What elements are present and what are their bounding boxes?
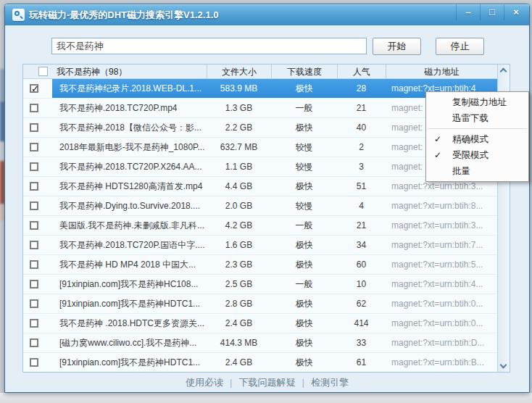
cell-popularity: 62 (337, 294, 386, 314)
menu-item-thunder-download[interactable]: 迅雷下载 (426, 110, 528, 126)
row-checkbox[interactable] (30, 260, 38, 269)
row-main: 我不是药神.2018.TC720P.国语中字.... 1.6 GB 极快 34 … (52, 236, 497, 254)
footer-divider: | (230, 377, 232, 388)
cell-magnet: magnet:?xt=urn:btih:0... (386, 314, 497, 333)
header-checkbox-cell (23, 65, 52, 79)
footer-links: 使用必读|下载问题解疑|检测引擎 (5, 376, 529, 389)
row-main: [91xinpian.com]我不是药神HDTC1... 2.8 GB 极快 6… (52, 294, 497, 313)
cell-popularity: 40 (337, 118, 386, 138)
row-checkbox-cell (23, 79, 52, 98)
cell-name: [91xinpian.com]我不是药神HC108... (52, 275, 207, 294)
scroll-down-icon[interactable] (500, 362, 507, 369)
cell-size: 2.4 GB (207, 353, 271, 373)
cell-speed: 一般 (271, 216, 337, 236)
cell-magnet: magnet:?xt=urn:btih:5... (386, 255, 497, 275)
column-header-name[interactable]: 我不是药神（98） (52, 65, 207, 79)
cell-speed: 极快 (271, 333, 337, 353)
row-checkbox[interactable] (30, 104, 38, 112)
column-header-magnet[interactable]: 磁力地址 (386, 65, 497, 79)
table-row[interactable]: 我不是药神.Dying.to.Survive.2018.... 2.0 GB 较… (23, 196, 497, 216)
window-title: 玩转磁力-最优秀的DHT磁力搜索引擎V1.2.1.0 (29, 4, 218, 25)
cell-magnet: magnet:?xt=urn:btih:0... (386, 294, 497, 314)
table-header: 我不是药神（98） 文件大小 下载速度 人气 磁力地址 (23, 65, 497, 79)
row-checkbox[interactable] (30, 358, 38, 367)
table-row[interactable]: 美国版.我不是药神.未删减版.非凡科... 4.2 GB 一般 21 magne… (23, 216, 497, 236)
row-checkbox[interactable] (30, 162, 38, 171)
column-header-speed[interactable]: 下载速度 (271, 65, 337, 79)
row-checkbox-cell (23, 99, 52, 117)
row-main: 我不是药神.Dying.to.Survive.2018.... 2.0 GB 较… (52, 196, 497, 215)
footer-link-download-faq[interactable]: 下载问题解疑 (239, 377, 296, 388)
row-checkbox[interactable] (30, 221, 38, 230)
menu-separator (428, 128, 527, 129)
table-row[interactable]: 我不是药神.2018.TC720P.国语中字.... 1.6 GB 极快 34 … (23, 236, 497, 255)
row-checkbox-cell (23, 314, 52, 333)
table-row[interactable]: 我不是药神 .2018.HDTC更多资源关... 2.4 GB 极快 414 m… (23, 314, 497, 333)
cell-size: 2.5 GB (207, 275, 271, 294)
table-row[interactable]: [磁力窝www.ciliwo.cc].我不是药神... 414.3 MB 极快 … (23, 333, 497, 353)
footer-link-usage-guide[interactable]: 使用必读 (186, 377, 223, 388)
table-row[interactable]: [91xinpian.com]我不是药神HDTC1... 2.8 GB 极快 6… (23, 294, 497, 314)
row-checkbox[interactable] (30, 280, 38, 288)
row-checkbox[interactable] (30, 338, 38, 347)
table-row[interactable]: [91xinpian.com]我不是药神HDTC1... 2.4 GB 极快 6… (23, 353, 497, 372)
cell-name: 我不是药神 HD MP4 2018 中国大... (52, 255, 207, 275)
cell-popularity: 2 (337, 138, 386, 157)
row-checkbox[interactable] (30, 319, 38, 328)
scroll-up-icon[interactable] (500, 68, 507, 75)
row-checkbox-cell (23, 118, 52, 137)
row-checkbox-cell (23, 196, 52, 215)
row-checkbox[interactable] (30, 202, 38, 210)
cell-name: 我不是药神.2018.TC720P.国语中字.... (52, 236, 207, 255)
cell-speed: 极快 (271, 236, 337, 255)
footer-link-engine-check[interactable]: 检测引擎 (311, 377, 349, 388)
minimize-button[interactable]: – (456, 4, 480, 20)
menu-item-precise-mode[interactable]: 精确模式✓ (426, 131, 528, 147)
cell-speed: 极快 (271, 177, 337, 196)
cell-magnet: magnet:?xt=urn:btih:8... (386, 196, 497, 216)
row-checkbox[interactable] (30, 143, 38, 151)
select-all-checkbox[interactable] (38, 67, 48, 76)
cell-speed: 较慢 (271, 157, 337, 177)
cell-popularity: 414 (337, 314, 386, 333)
stop-button[interactable]: 停止 (436, 38, 484, 55)
titlebar[interactable]: 玩转磁力-最优秀的DHT磁力搜索引擎V1.2.1.0 – □ × (5, 4, 529, 25)
cell-name: 2018年最新电影-我不是药神_1080P... (52, 138, 207, 157)
search-input[interactable] (51, 38, 367, 54)
row-checkbox-cell (23, 294, 52, 313)
table-row[interactable]: 我不是药神 HD MP4 2018 中国大... 2.3 GB 极快 60 ma… (23, 255, 497, 275)
row-checkbox[interactable] (30, 123, 38, 132)
cell-popularity: 10 (337, 275, 386, 294)
column-header-popularity[interactable]: 人气 (337, 65, 386, 79)
app-icon (12, 9, 25, 21)
cell-magnet: magnet:?xt=urn:btih:D... (386, 333, 497, 353)
cell-speed: 极快 (271, 255, 337, 275)
magnifier-icon (14, 11, 20, 16)
cell-size: 583.9 MB (207, 79, 271, 99)
cell-size: 2.8 GB (207, 294, 271, 314)
cell-name: [磁力窝www.ciliwo.cc].我不是药神... (52, 333, 207, 353)
column-header-size[interactable]: 文件大小 (207, 65, 271, 79)
menu-item-batch[interactable]: 批量 (426, 163, 528, 179)
cell-popularity: 21 (337, 216, 386, 236)
cell-name: 我不是药神纪录片.2018.WEB-DL.1... (52, 79, 207, 99)
maximize-button[interactable]: □ (480, 4, 504, 20)
cell-size: 414.3 MB (207, 333, 271, 353)
cell-name: 我不是药神 HDTS1280高清首发.mp4 (52, 177, 207, 196)
row-main: [磁力窝www.ciliwo.cc].我不是药神... 414.3 MB 极快 … (52, 333, 497, 352)
menu-item-copy-magnet[interactable]: 复制磁力地址 (426, 94, 528, 110)
close-button[interactable]: × (504, 4, 528, 20)
menu-item-restricted-mode[interactable]: 受限模式✓ (426, 147, 528, 163)
row-checkbox[interactable] (30, 84, 38, 93)
cell-speed: 较慢 (271, 196, 337, 216)
table-row[interactable]: [91xinpian.com]我不是药神HC108... 2.5 GB 一般 1… (23, 275, 497, 294)
cell-name: 我不是药神.2018【微信公众号：影... (52, 118, 207, 138)
row-checkbox-cell (23, 138, 52, 157)
cell-speed: 极快 (271, 294, 337, 314)
start-button[interactable]: 开始 (373, 38, 421, 55)
row-checkbox[interactable] (30, 241, 38, 249)
cell-size: 2.0 GB (207, 196, 271, 216)
row-checkbox-cell (23, 353, 52, 372)
row-checkbox[interactable] (30, 182, 38, 191)
row-checkbox[interactable] (30, 299, 38, 308)
